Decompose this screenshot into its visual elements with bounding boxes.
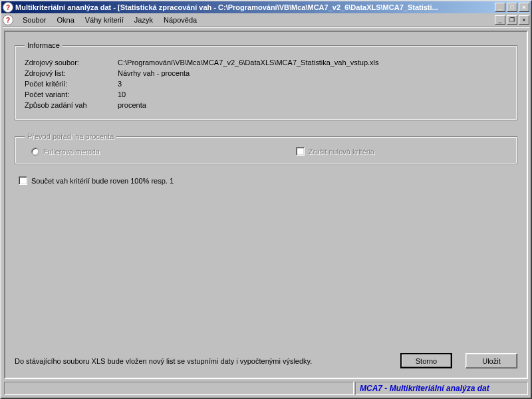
minimize-button[interactable]: _ [495, 3, 505, 12]
status-pane-left [4, 382, 354, 395]
group-prevod-legend: Převod pořadí na procenta [25, 132, 116, 140]
check-soucet-label: Součet vah kritérií bude roven 100% resp… [31, 177, 174, 185]
status-brand: MCA7 - Multikriteriální analýza dat [355, 382, 528, 395]
info-row-source-sheet: Zdrojový list: Návrhy vah - procenta [25, 69, 507, 77]
cancel-button[interactable]: Storno [400, 353, 452, 368]
value-source-sheet: Návrhy vah - procenta [118, 69, 507, 77]
menu-okna[interactable]: Okna [51, 15, 79, 25]
app-window: ? Multikriteriální ananlýza dat - [Stati… [0, 0, 532, 399]
statusbar: MCA7 - Multikriteriální analýza dat [4, 382, 528, 395]
menu-divider [3, 27, 529, 28]
titlebar: ? Multikriteriální ananlýza dat - [Stati… [1, 1, 531, 13]
label-weight-mode: Způsob zadání vah [25, 101, 118, 109]
label-source-file: Zdrojový soubor: [25, 59, 118, 66]
save-button[interactable]: Uložit [466, 353, 517, 368]
info-row-variant-count: Počet variant: 10 [25, 90, 507, 98]
value-source-file: C:\Programování\VB\Mca\MCA7_v2_6\DataXLS… [118, 59, 507, 66]
menu-soubor[interactable]: Soubor [17, 15, 51, 25]
value-variant-count: 10 [118, 90, 507, 98]
group-informace-legend: Informace [25, 41, 63, 49]
label-source-sheet: Zdrojový list: [25, 69, 118, 77]
menu-jazyk[interactable]: Jazyk [129, 15, 158, 25]
form-area: Informace Zdrojový soubor: C:\Programová… [4, 31, 528, 379]
group-prevod-poradi: Převod pořadí na procenta Fullerova meto… [15, 132, 517, 164]
checkbox-icon [296, 147, 305, 156]
menu-napoveda[interactable]: Nápověda [158, 15, 202, 25]
radio-icon [31, 148, 39, 156]
value-criteria-count: 3 [118, 80, 507, 88]
info-row-criteria-count: Počet kritérií: 3 [25, 80, 507, 88]
value-weight-mode: procenta [118, 101, 507, 109]
check-zrusit-nulova-kriteria[interactable]: Zrušit nulová kritéria [296, 147, 374, 156]
check-zrusit-label: Zrušit nulová kritéria [309, 148, 374, 156]
label-variant-count: Počet variant: [25, 90, 118, 98]
check-soucet-vah-100[interactable]: Součet vah kritérií bude roven 100% resp… [19, 176, 517, 185]
menu-vahy-kriterii[interactable]: Váhy kriterií [80, 15, 129, 25]
menubar: ? Soubor Okna Váhy kriterií Jazyk Nápově… [1, 13, 531, 27]
label-criteria-count: Počet kritérií: [25, 80, 118, 88]
radio-fullerova-metoda[interactable]: Fullerova metoda [31, 148, 100, 156]
info-row-weight-mode: Způsob zadání vah procenta [25, 101, 507, 109]
radio-fullerova-label: Fullerova metoda [43, 148, 100, 156]
mdi-restore-button[interactable]: ❐ [507, 15, 517, 25]
mdi-system-icon[interactable]: ? [3, 15, 13, 25]
maximize-button[interactable]: □ [507, 3, 517, 12]
close-button[interactable]: × [519, 3, 529, 12]
checkbox-icon [19, 176, 27, 185]
bottom-note: Do stávajícího souboru XLS bude vložen n… [15, 357, 387, 365]
app-icon: ? [3, 2, 13, 13]
window-title: Multikriteriální ananlýza dat - [Statist… [15, 3, 492, 11]
mdi-close-button[interactable]: × [519, 15, 529, 25]
group-informace: Informace Zdrojový soubor: C:\Programová… [15, 41, 517, 120]
mdi-minimize-button[interactable]: _ [495, 15, 505, 25]
info-row-source-file: Zdrojový soubor: C:\Programování\VB\Mca\… [25, 59, 507, 66]
